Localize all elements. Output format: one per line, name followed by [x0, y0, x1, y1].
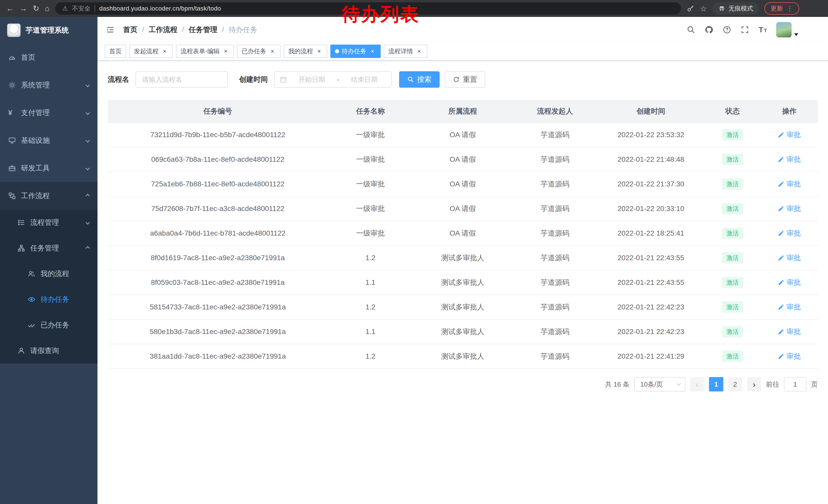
status-badge: 激活	[722, 252, 743, 264]
view-tab[interactable]: 发起流程×	[129, 45, 173, 58]
page-size-value: 10条/页	[640, 380, 663, 389]
sidebar-item-leave-query[interactable]: 请假查询	[0, 338, 97, 364]
tab-close-icon[interactable]: ×	[369, 48, 376, 55]
page-size-select[interactable]: 10条/页	[634, 377, 686, 392]
user-menu[interactable]	[776, 22, 798, 37]
view-tab[interactable]: 已办任务×	[237, 45, 281, 58]
back-icon[interactable]: ←	[6, 5, 14, 12]
sidebar-item-process-management[interactable]: 流程管理	[0, 210, 97, 235]
reset-button-label: 重置	[463, 75, 477, 84]
cell-status: 激活	[704, 344, 761, 369]
reset-button[interactable]: 重置	[445, 71, 485, 88]
sidebar-item-done-task[interactable]: 已办任务	[0, 312, 97, 338]
sidebar-item-my-process[interactable]: 我的流程	[0, 261, 97, 287]
breadcrumb-item[interactable]: 首页	[123, 25, 137, 35]
cell-task-name: 1.1	[328, 319, 413, 344]
approve-button[interactable]: 审批	[778, 278, 801, 287]
tab-close-icon[interactable]: ×	[316, 48, 323, 55]
view-tab-label: 发起流程	[134, 47, 159, 55]
sidebar-item-label: 任务管理	[30, 243, 59, 253]
tab-close-icon[interactable]: ×	[416, 48, 423, 55]
forward-icon[interactable]: →	[19, 5, 27, 12]
view-tab[interactable]: 我的流程×	[284, 45, 327, 58]
sidebar-item-devtools[interactable]: 研发工具	[0, 154, 97, 182]
app-logo[interactable]: 芋道管理系统	[0, 17, 97, 44]
view-tab[interactable]: 流程表单-编辑×	[176, 45, 234, 58]
date-range-picker[interactable]: 开始日期 - 结束日期	[274, 71, 392, 88]
incognito-icon	[718, 5, 726, 12]
fullscreen-icon[interactable]	[741, 26, 749, 34]
page-button-2[interactable]: 2	[728, 377, 742, 392]
approve-button-label: 审批	[786, 154, 801, 164]
home-icon[interactable]: ⌂	[45, 5, 49, 12]
approve-button[interactable]: 审批	[778, 204, 801, 214]
cell-process: OA 请假	[413, 221, 512, 245]
search-icon[interactable]	[687, 26, 695, 34]
page-button-1[interactable]: 1	[709, 377, 723, 392]
search-button[interactable]: 搜索	[399, 71, 440, 88]
cell-create-time: 2022-01-22 21:48:48	[598, 147, 704, 172]
sidebar-item-home[interactable]: 首页	[0, 44, 97, 71]
cell-status: 激活	[704, 295, 761, 319]
update-button[interactable]: 更新 ⋮	[764, 2, 799, 15]
approve-button[interactable]: 审批	[778, 302, 801, 312]
security-label: 不安全	[72, 4, 90, 12]
breadcrumb-item[interactable]: 任务管理	[189, 25, 217, 35]
tab-close-icon[interactable]: ×	[222, 48, 229, 55]
approve-button-label: 审批	[786, 179, 801, 189]
approve-button[interactable]: 审批	[778, 228, 801, 238]
view-tab[interactable]: 流程详情×	[384, 45, 427, 58]
approve-button[interactable]: 审批	[778, 154, 801, 164]
sidebar-item-system[interactable]: 系统管理	[0, 71, 97, 99]
reload-icon[interactable]: ↻	[33, 5, 39, 12]
status-badge: 激活	[722, 277, 743, 288]
chevron-down-icon	[86, 111, 90, 115]
sidebar-item-label: 基础设施	[21, 136, 50, 145]
cell-task-name: 1.2	[328, 295, 413, 319]
sidebar-item-payment[interactable]: ¥ 支付管理	[0, 99, 97, 127]
address-bar[interactable]: ⚠ 不安全 dashboard.yudao.iocoder.cn/bpm/tas…	[55, 2, 681, 15]
status-badge: 激活	[722, 178, 743, 190]
github-icon[interactable]	[705, 26, 713, 34]
key-icon[interactable]	[687, 5, 694, 12]
approve-button[interactable]: 审批	[778, 130, 801, 140]
view-tab[interactable]: 待办任务×	[330, 45, 381, 58]
breadcrumb-separator: /	[182, 26, 184, 34]
goto-page-input[interactable]	[784, 377, 806, 392]
chevron-down-icon	[86, 83, 90, 87]
tab-close-icon[interactable]: ×	[161, 48, 168, 55]
column-header-task-name: 任务名称	[328, 100, 413, 123]
breadcrumb-item[interactable]: 工作流程	[149, 25, 177, 35]
approve-button[interactable]: 审批	[778, 352, 801, 361]
approve-button[interactable]: 审批	[778, 179, 801, 189]
cell-create-time: 2022-01-21 22:42:23	[598, 319, 704, 344]
status-badge: 激活	[722, 154, 743, 165]
sidebar-item-task-management[interactable]: 任务管理	[0, 235, 97, 261]
cell-task-id: 73211d9d-7b9b-11ec-b5b7-acde48001122	[108, 123, 328, 147]
incognito-label: 无痕模式	[729, 4, 753, 12]
sidebar-item-workflow[interactable]: 工作流程	[0, 182, 97, 210]
prev-page-button[interactable]: ‹	[690, 377, 704, 392]
sidebar-item-label: 首页	[21, 53, 35, 62]
breadcrumb-separator: /	[142, 26, 144, 34]
sidebar-item-todo-task[interactable]: 待办任务	[0, 287, 97, 312]
view-tab-label: 流程表单-编辑	[180, 47, 219, 55]
tab-close-icon[interactable]: ×	[269, 48, 276, 55]
help-icon[interactable]	[722, 26, 731, 34]
sidebar-item-infrastructure[interactable]: 基础设施	[0, 127, 97, 154]
cell-initiator: 芋道源码	[512, 123, 598, 147]
cell-actions: 审批	[761, 123, 818, 147]
header-actions: T T	[687, 22, 820, 37]
next-page-button[interactable]: ›	[747, 377, 761, 392]
process-name-input[interactable]	[135, 71, 228, 88]
view-tab-label: 首页	[109, 47, 122, 55]
cell-create-time: 2022-01-21 22:41:29	[598, 344, 704, 369]
filter-bar: 流程名 创建时间 开始日期 - 结束日期 搜索 重置	[108, 71, 818, 88]
font-size-icon[interactable]: T T	[758, 26, 767, 34]
approve-button[interactable]: 审批	[778, 253, 801, 263]
view-tab[interactable]: 首页	[105, 45, 126, 58]
approve-button[interactable]: 审批	[778, 327, 801, 336]
sidebar-toggle-icon[interactable]	[106, 25, 115, 34]
yen-icon: ¥	[8, 109, 16, 117]
bookmark-star-icon[interactable]: ☆	[700, 4, 707, 13]
